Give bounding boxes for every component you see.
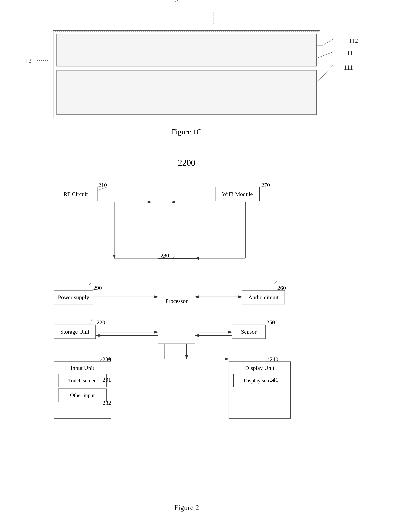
ref-270: 270 <box>261 182 270 188</box>
display-unit-label: Display Unit <box>230 363 289 374</box>
input-unit-label: Input Unit <box>55 363 109 374</box>
processor-label: Processor <box>165 298 188 304</box>
ref-260: 260 <box>277 285 286 291</box>
svg-line-31 <box>89 320 92 324</box>
figure2-caption: Figure 2 <box>27 503 346 512</box>
touch-screen-label: Touch screen <box>68 377 97 384</box>
svg-line-28 <box>89 281 92 285</box>
label-11: 11 <box>347 50 353 57</box>
storage-unit-block: Storage Unit <box>54 325 96 339</box>
touch-screen-block: Touch screen <box>58 374 107 387</box>
panel-111 <box>57 70 317 115</box>
figure2-title: 2200 <box>27 158 346 168</box>
figure2-diagram: RF Circuit 210 WiFi Module 270 Processor… <box>44 178 329 497</box>
input-unit-block: Input Unit Touch screen Other input <box>54 361 111 418</box>
ref-220: 220 <box>97 319 105 326</box>
audio-circuit-block: Audio circuit <box>242 290 285 304</box>
ref-231: 231 <box>103 377 111 383</box>
sensor-block: Sensor <box>232 325 266 339</box>
label-121-box <box>160 12 213 24</box>
panel-112 <box>57 34 317 66</box>
ref-210: 210 <box>98 182 107 188</box>
label-121: 121 <box>190 0 199 1</box>
power-supply-label: Power supply <box>58 294 89 301</box>
wifi-label: WiFi Module <box>222 191 253 197</box>
ref-280: 280 <box>161 252 169 259</box>
figure1c-section: 12 121 112 11 111 <box>27 7 346 136</box>
ref-230: 230 <box>103 356 111 362</box>
ref-232: 232 <box>103 400 111 406</box>
ref-241: 241 <box>270 377 278 383</box>
svg-line-2 <box>175 0 187 2</box>
ref-240: 240 <box>270 356 278 362</box>
rf-circuit-block: RF Circuit <box>54 187 98 201</box>
other-input-block: Other input <box>58 388 107 402</box>
wifi-module-block: WiFi Module <box>215 187 260 201</box>
label-111: 111 <box>344 64 353 71</box>
figure2-section: 2200 <box>27 158 346 512</box>
device-11-box <box>53 30 320 118</box>
power-supply-block: Power supply <box>54 290 93 304</box>
sensor-label: Sensor <box>241 329 257 335</box>
figure1c-caption: Figure 1C <box>27 127 346 136</box>
svg-line-30 <box>272 281 277 285</box>
storage-unit-label: Storage Unit <box>60 329 89 335</box>
ref-290: 290 <box>93 285 102 291</box>
label-12: 12 <box>25 57 32 64</box>
label-112: 112 <box>349 37 358 44</box>
processor-block: Processor <box>158 258 195 344</box>
ref-250: 250 <box>266 319 275 326</box>
display-unit-block: Display Unit Display screen <box>229 361 291 418</box>
audio-circuit-label: Audio circuit <box>248 294 279 301</box>
other-input-label: Other input <box>70 392 95 399</box>
rf-circuit-label: RF Circuit <box>64 191 88 197</box>
